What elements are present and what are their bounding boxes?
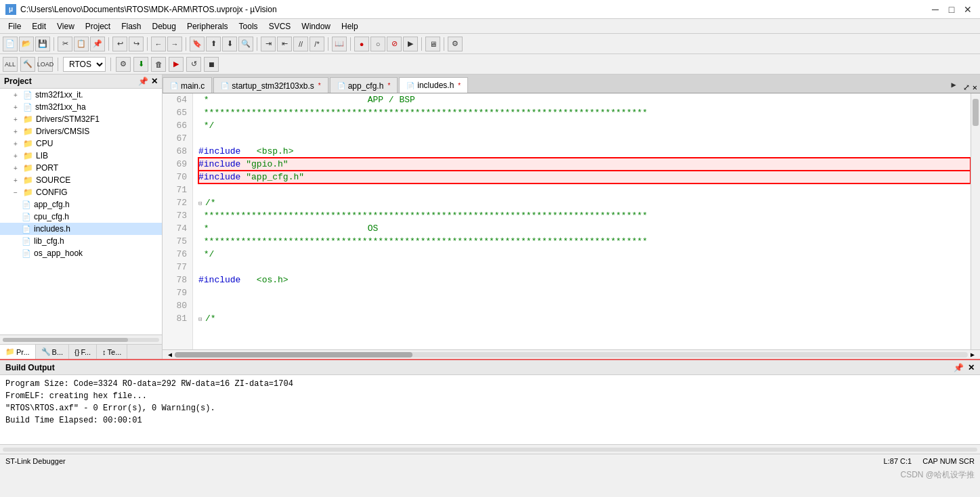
target-select[interactable]: RTOS [63,57,106,72]
window-controls[interactable]: ─ □ ✕ [929,4,975,15]
maximize-button[interactable]: □ [945,4,958,15]
expand-icon[interactable]: + [14,104,20,111]
menu-item-file[interactable]: File [3,20,26,33]
build-output-close[interactable]: ✕ [968,363,975,372]
settings-button[interactable]: ⚙ [448,37,463,51]
build-output-content[interactable]: Program Size: Code=3324 RO-data=292 RW-d… [0,375,980,444]
close-editor-button[interactable]: ✕ [973,83,977,93]
undo-button[interactable]: ↩ [112,37,127,51]
uncomment-button[interactable]: /* [310,37,324,51]
code-line-70[interactable]: #include "app_cfg.h" [198,171,971,183]
tab-main-c[interactable]: 📄 main.c [163,77,212,93]
float-editor-button[interactable]: ⤢ [963,83,970,93]
expand-icon[interactable]: − [14,189,20,196]
tab-project[interactable]: 📁 Pr... [0,345,36,359]
bookmark-button[interactable]: 🔖 [190,37,205,51]
load-button[interactable]: LOAD [38,57,53,72]
reset-button[interactable]: ↺ [186,57,201,72]
tree-item-os-app-hook[interactable]: 📄 os_app_hook [0,247,162,259]
prev-error-button[interactable]: ⬆ [206,37,221,51]
tree-item-drivers-stm32[interactable]: + 📁 Drivers/STM32F1 [0,113,162,125]
nav-back-button[interactable]: ← [151,37,166,51]
next-error-button[interactable]: ⬇ [222,37,237,51]
tree-item-source[interactable]: + 📁 SOURCE [0,174,162,186]
paste-button[interactable]: 📌 [90,37,105,51]
build-output-pin[interactable]: 📌 [954,363,964,372]
menu-item-project[interactable]: Project [80,20,116,33]
open-doc-button[interactable]: 📖 [332,37,347,51]
view-button[interactable]: 🖥 [425,37,440,51]
open-file-button[interactable]: 📂 [19,37,34,51]
comment-button[interactable]: // [293,37,308,51]
minimize-button[interactable]: ─ [929,4,942,15]
hscroll-left-button[interactable]: ◀ [165,350,175,360]
line-numbers: 64 65 66 67 68 69 70 71 72 73 74 75 76 7… [163,93,193,349]
redo-button[interactable]: ↪ [129,37,144,51]
expand-icon[interactable]: + [14,165,20,172]
build-all-button[interactable]: ALL [3,57,18,72]
outdent-button[interactable]: ⇤ [277,37,292,51]
menu-item-tools[interactable]: Tools [234,20,263,33]
tree-item-drivers-cmsis[interactable]: + 📁 Drivers/CMSIS [0,125,162,137]
nav-forward-button[interactable]: → [167,37,182,51]
menu-item-svcs[interactable]: SVCS [263,20,297,33]
editor-vscrollbar[interactable] [971,93,980,349]
expand-icon[interactable]: + [14,177,20,184]
project-pin-button[interactable]: 📌 [138,77,148,86]
menu-item-peripherals[interactable]: Peripherals [182,20,234,33]
build-output-hscroll[interactable] [0,444,980,454]
tree-item-lib-cfg[interactable]: 📄 lib_cfg.h [0,235,162,247]
stop-debug-button[interactable]: ⏹ [204,57,219,72]
erase-button[interactable]: 🗑 [151,57,166,72]
tree-item-port[interactable]: + 📁 PORT [0,162,162,174]
expand-icon[interactable]: + [14,116,20,123]
cut-button[interactable]: ✂ [58,37,72,51]
project-close-button[interactable]: ✕ [151,77,158,86]
tab-app-cfg-h[interactable]: 📄 app_cfg.h * [330,77,398,93]
tab-startup[interactable]: 📄 startup_stm32f103xb.s * [213,77,328,93]
code-editor[interactable]: 64 65 66 67 68 69 70 71 72 73 74 75 76 7… [163,93,980,349]
debug-stop-button[interactable]: ○ [370,37,385,51]
tabs-scroll-right[interactable]: ▶ [947,77,960,93]
close-button[interactable]: ✕ [961,4,975,15]
code-line-69[interactable]: #include "gpio.h" [198,158,971,171]
expand-icon[interactable]: + [14,91,20,99]
menu-item-debug[interactable]: Debug [147,20,182,33]
hscroll-right-button[interactable]: ▶ [968,350,977,360]
menu-item-view[interactable]: View [51,20,80,33]
build-button[interactable]: 🔨 [20,57,35,72]
code-lines[interactable]: * APP / BSP ****************************… [193,93,971,349]
hscroll-track[interactable] [175,352,968,358]
tree-item-stm32f1xx-ha[interactable]: + 📄 stm32f1xx_ha [0,101,162,113]
debug-break-button[interactable]: ⊘ [387,37,402,51]
tree-item-includes-h[interactable]: 📄 includes.h [0,223,162,235]
start-debug-button[interactable]: ▶ [169,57,184,72]
manage-button[interactable]: ⚙ [116,57,131,72]
menu-item-flash[interactable]: Flash [116,20,146,33]
tab-functions[interactable]: {} F... [69,345,97,359]
tab-templates[interactable]: ↕ Te... [97,345,127,359]
editor-hscrollbar[interactable]: ◀ ▶ [163,349,980,359]
expand-icon[interactable]: + [14,152,20,160]
tab-includes-h[interactable]: 📄 includes.h * [399,77,468,93]
find-button[interactable]: 🔍 [238,37,253,51]
flash-download-button[interactable]: ⬇ [133,57,148,72]
menu-item-edit[interactable]: Edit [26,20,51,33]
tree-item-app-cfg[interactable]: 📄 app_cfg.h [0,198,162,211]
debug-start-button[interactable]: ● [354,37,369,51]
new-file-button[interactable]: 📄 [3,37,18,51]
expand-icon[interactable]: + [14,140,20,148]
save-button[interactable]: 💾 [35,37,50,51]
tree-item-stm32f1xx-it[interactable]: + 📄 stm32f1xx_it. [0,89,162,101]
copy-button[interactable]: 📋 [74,37,89,51]
tree-item-cpu-cfg[interactable]: 📄 cpu_cfg.h [0,211,162,223]
expand-icon[interactable]: + [14,128,20,135]
menu-item-help[interactable]: Help [336,20,364,33]
indent-button[interactable]: ⇥ [261,37,276,51]
tree-item-cpu[interactable]: + 📁 CPU [0,137,162,150]
menu-item-window[interactable]: Window [296,20,336,33]
tree-item-config[interactable]: − 📁 CONFIG [0,186,162,198]
run-button[interactable]: ▶ [403,37,418,51]
tree-item-lib[interactable]: + 📁 LIB [0,150,162,162]
tab-build[interactable]: 🔧 B... [36,345,70,359]
